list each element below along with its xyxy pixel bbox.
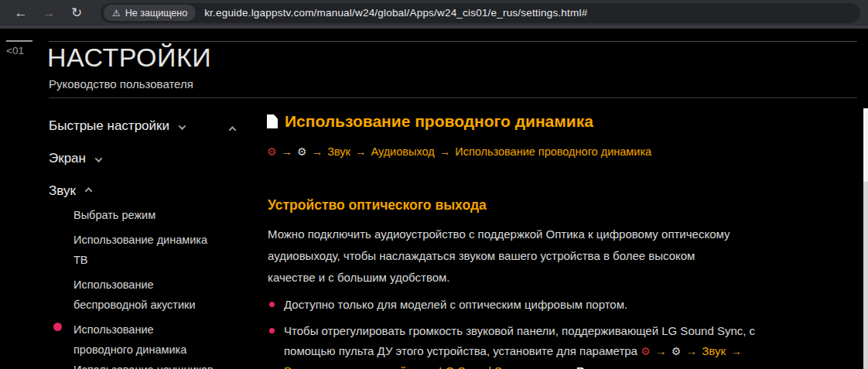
document-icon xyxy=(267,114,278,128)
sidebar-item-sound[interactable]: Звук xyxy=(49,183,91,199)
browser-toolbar: ← → ↻ ⚠ Не защищено kr.eguide.lgappstv.c… xyxy=(0,0,868,26)
bullet-dot xyxy=(269,328,275,333)
sidebar-item-select-mode[interactable]: Выбрать режим xyxy=(73,205,248,225)
active-item-dot xyxy=(53,323,62,331)
security-chip[interactable]: ⚠ Не защищено xyxy=(104,5,196,21)
breadcrumb: ⚙→⚙→Звук→Аудиовыход→Использование провод… xyxy=(267,145,651,158)
breadcrumb-link-audio-out[interactable]: Аудиовыход xyxy=(371,145,434,158)
chevron-down-icon xyxy=(179,122,186,130)
breadcrumb-current: Использование проводного динамика xyxy=(455,145,651,158)
article-title-row: Использование проводного динамика xyxy=(267,112,593,131)
arrow-icon: → xyxy=(730,344,742,357)
chevron-up-icon xyxy=(84,187,92,195)
sidebar-item-label: Быстрые настройки xyxy=(49,118,169,133)
chevron-down-icon xyxy=(95,155,103,162)
note-text: Чтобы отрегулировать громкость звуковой … xyxy=(284,324,755,357)
warning-icon: ⚠ xyxy=(112,8,121,19)
note-text: . xyxy=(601,364,604,369)
bullet-dot xyxy=(269,302,275,307)
security-label: Не защищено xyxy=(125,8,187,19)
scrollbar-thumb[interactable] xyxy=(863,108,868,182)
section-paragraph: Можно подключить аудиоустройство с подде… xyxy=(268,224,863,289)
link-lg-sound-sync[interactable]: LG Sound Sync xyxy=(439,364,520,369)
list-item: Чтобы отрегулировать громкость звуковой … xyxy=(268,321,867,369)
arrow-icon: → xyxy=(312,145,323,158)
sidebar-item-wired-speaker[interactable]: Использование проводного динамика xyxy=(73,319,248,360)
sidebar-item-label: Экран xyxy=(49,151,86,166)
sidebar-item-wireless-speaker[interactable]: Использование беспроводной акустики xyxy=(73,275,248,315)
arrow-icon: → xyxy=(655,344,667,357)
page-marker: <01 xyxy=(6,45,24,56)
header-top-divider xyxy=(49,41,857,42)
refresh-icon[interactable]: ↻ xyxy=(67,5,87,21)
sidebar-item-quick-settings[interactable]: Быстрые настройки xyxy=(49,118,185,134)
header-bottom-divider xyxy=(49,97,857,98)
sidebar-item-label: Звук xyxy=(49,183,76,198)
address-bar[interactable]: ⚠ Не защищено kr.eguide.lgappstv.com/man… xyxy=(101,3,860,23)
sidebar-item-tv-speaker[interactable]: Использование динамика ТВ xyxy=(73,230,248,270)
arrow-icon: → xyxy=(439,145,451,158)
notes-list: Доступно только для моделей с оптическим… xyxy=(268,295,867,369)
settings-gear-red-icon: ⚙ xyxy=(641,345,651,357)
settings-gear-icon: ⚙ xyxy=(297,145,307,158)
breadcrumb-link-sound[interactable]: Звук xyxy=(327,145,350,158)
chevron-up-icon xyxy=(229,126,237,134)
link-advanced-settings[interactable]: Расширенные настройки xyxy=(284,364,418,369)
page-title: НАСТРОЙКИ xyxy=(47,43,211,73)
collapse-all-button[interactable] xyxy=(230,123,235,137)
content-scrollbar[interactable] xyxy=(863,108,868,369)
note-text: Доступно только для моделей с оптическим… xyxy=(284,298,627,311)
section-heading: Устройство оптического выхода xyxy=(268,197,487,214)
arrow-icon: → xyxy=(355,145,367,158)
article-title: Использование проводного динамика xyxy=(285,112,593,131)
settings-gear-red-icon: ⚙ xyxy=(267,145,277,158)
link-sound[interactable]: Звук xyxy=(702,344,726,357)
page-subtitle: Руководство пользователя xyxy=(49,77,193,91)
forward-icon[interactable]: → xyxy=(39,5,59,21)
sidebar-item-headphones[interactable]: Использование наушников xyxy=(73,360,248,369)
arrow-icon: → xyxy=(282,145,293,158)
back-icon[interactable]: ← xyxy=(11,5,31,21)
arrow-icon: → xyxy=(685,344,697,357)
on-value: Вкл. xyxy=(576,364,601,369)
arrow-icon: → xyxy=(422,364,434,369)
url-text: kr.eguide.lgappstv.com/manual/w24/global… xyxy=(204,7,587,19)
settings-gear-icon: ⚙ xyxy=(672,345,682,357)
list-item: Доступно только для моделей с оптическим… xyxy=(268,295,867,315)
page-marker-line xyxy=(6,40,32,42)
note-text: значение xyxy=(520,364,576,369)
manual-page: <01 НАСТРОЙКИ Руководство пользователя Б… xyxy=(0,29,868,369)
sidebar-item-screen[interactable]: Экран xyxy=(49,151,101,166)
